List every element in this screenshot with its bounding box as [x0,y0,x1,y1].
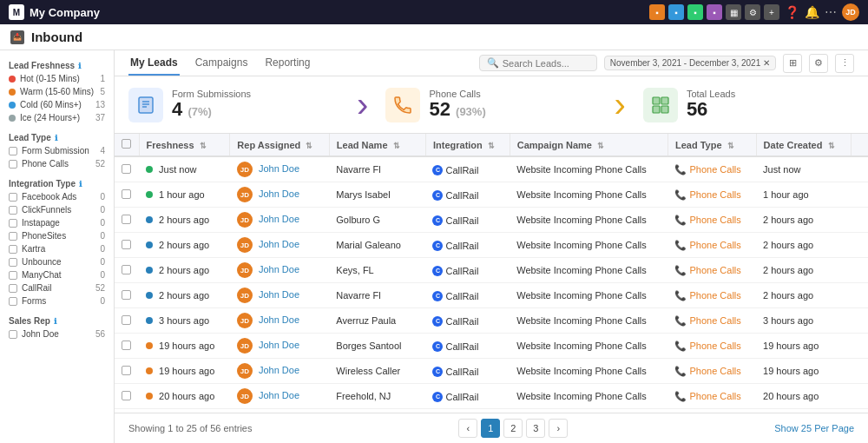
phone-calls-value: 52 (93%) [429,99,485,120]
nav-icon-7[interactable]: + [764,4,779,20]
it-unbounce[interactable]: Unbounce 0 [0,255,114,268]
it-clickfunnels[interactable]: ClickFunnels 0 [0,203,114,216]
next-page-btn[interactable]: › [549,419,568,438]
it-kartra-checkbox[interactable] [9,245,17,254]
row-cb-6[interactable] [122,315,131,325]
col-freshness[interactable]: Freshness ⇅ [139,134,230,156]
rep-name-1[interactable]: John Doe [259,188,299,199]
form-submissions-value: 4 (7%) [172,99,251,120]
rep-name-3[interactable]: John Doe [259,239,299,249]
user-avatar[interactable]: JD [842,3,859,21]
lt-phone-checkbox[interactable] [9,160,17,169]
it-callrail[interactable]: CallRail 52 [0,281,114,294]
row-cb-9[interactable] [122,391,131,400]
rep-name-4[interactable]: John Doe [259,264,299,274]
row-cb-0[interactable] [122,164,131,174]
col-integration[interactable]: Integration ⇅ [425,134,510,156]
row-cb-3[interactable] [122,240,131,249]
col-date[interactable]: Date Created ⇅ [756,134,851,156]
nav-icon-3[interactable]: ▪ [687,4,703,20]
row-cb-8[interactable] [122,366,131,375]
tab-reporting[interactable]: Reporting [263,50,312,76]
col-rep[interactable]: Rep Assigned ⇅ [230,134,329,156]
rep-name-2[interactable]: John Doe [259,214,299,224]
help-icon[interactable]: ❓ [785,5,799,19]
rep-john-doe-checkbox[interactable] [9,330,17,339]
it-facebook-checkbox[interactable] [9,193,17,202]
it-instapage-checkbox[interactable] [9,219,17,228]
row-freshness-7: 19 hours ago [139,334,230,359]
date-range-picker[interactable]: November 3, 2021 - December 3, 2021 ✕ [604,56,776,70]
it-forms-checkbox[interactable] [9,297,17,306]
row-action-7 [851,334,868,359]
freshness-dot-6 [146,317,153,324]
more-options-btn[interactable]: ⋮ [835,54,854,73]
integration-badge-1: C CallRail [432,190,478,201]
per-page-selector[interactable]: Show 25 Per Page [774,423,854,433]
page-1-btn[interactable]: 1 [481,419,500,438]
lt-phone-calls[interactable]: Phone Calls 52 [0,157,114,170]
col-campaign[interactable]: Campaign Name ⇅ [510,134,667,156]
freshness-ice[interactable]: Ice (24 Hours+) 37 [0,111,114,124]
total-leads-info: Total Leads 56 [687,89,735,120]
row-cb-4[interactable] [122,265,131,274]
row-cb-7[interactable] [122,341,131,350]
tab-my-leads[interactable]: My Leads [128,50,180,76]
nav-icon-5[interactable]: ▦ [726,4,741,20]
freshness-cold[interactable]: Cold (60 Mins+) 13 [0,98,114,111]
grid-icon[interactable]: ⋯ [825,5,837,19]
row-date-0: Just now [756,156,851,182]
search-input[interactable] [503,58,589,69]
freshness-warm[interactable]: Warm (15-60 Mins) 5 [0,85,114,98]
it-forms[interactable]: Forms 0 [0,294,114,307]
search-box[interactable]: 🔍 [479,55,597,71]
it-kartra[interactable]: Kartra 0 [0,242,114,255]
lt-form-submission[interactable]: Form Submission 4 [0,144,114,157]
it-clickfunnels-checkbox[interactable] [9,206,17,215]
col-lead-type[interactable]: Lead Type ⇅ [667,134,756,156]
nav-icon-4[interactable]: ▪ [707,4,722,20]
rep-name-0[interactable]: John Doe [259,163,299,174]
settings-btn[interactable]: ⚙ [809,54,828,73]
tab-campaigns[interactable]: Campaigns [194,50,250,76]
it-manychat-checkbox[interactable] [9,271,17,280]
app-logo: M My Company [9,4,100,20]
integration-type-title: Integration Type ℹ [0,175,114,190]
rep-name-7[interactable]: John Doe [259,340,299,350]
rep-avatar-9: JD [237,388,253,404]
it-phonesites[interactable]: PhoneSites 0 [0,229,114,242]
page-2-btn[interactable]: 2 [503,419,523,438]
grid-view-btn[interactable]: ⊞ [783,54,802,73]
it-unbounce-checkbox[interactable] [9,258,17,267]
rep-name-6[interactable]: John Doe [259,314,299,325]
row-cb-5[interactable] [122,290,131,300]
row-freshness-8: 19 hours ago [139,359,230,384]
it-manychat[interactable]: ManyChat 0 [0,268,114,281]
phone-calls-info: Phone Calls 52 (93%) [429,89,485,120]
nav-icon-1[interactable]: ▪ [649,4,665,20]
rep-name-5[interactable]: John Doe [259,289,299,300]
freshness-dot-3 [146,241,153,248]
it-phonesites-checkbox[interactable] [9,232,17,241]
it-callrail-checkbox[interactable] [9,284,17,293]
freshness-hot[interactable]: Hot (0-15 Mins) 1 [0,72,114,85]
prev-page-btn[interactable]: ‹ [458,419,477,438]
row-cb-2[interactable] [122,215,131,224]
notification-icon[interactable]: 🔔 [805,5,819,19]
lead-type-badge-3: 📞 Phone Calls [674,240,740,251]
it-facebook[interactable]: Facebook Ads 0 [0,190,114,203]
nav-icon-2[interactable]: ▪ [668,4,684,20]
it-instapage[interactable]: Instapage 0 [0,216,114,229]
row-freshness-6: 3 hours ago [139,308,230,334]
rep-name-9[interactable]: John Doe [259,390,299,400]
select-all-checkbox[interactable] [122,139,131,149]
col-lead-name[interactable]: Lead Name ⇅ [329,134,425,156]
arrow-1: › [339,85,385,124]
nav-icon-6[interactable]: ⚙ [745,4,760,20]
row-action-3 [851,233,868,258]
rep-name-8[interactable]: John Doe [259,365,299,375]
rep-john-doe[interactable]: John Doe 56 [0,327,114,341]
lt-form-checkbox[interactable] [9,147,17,155]
row-cb-1[interactable] [122,189,131,199]
page-3-btn[interactable]: 3 [526,419,545,438]
